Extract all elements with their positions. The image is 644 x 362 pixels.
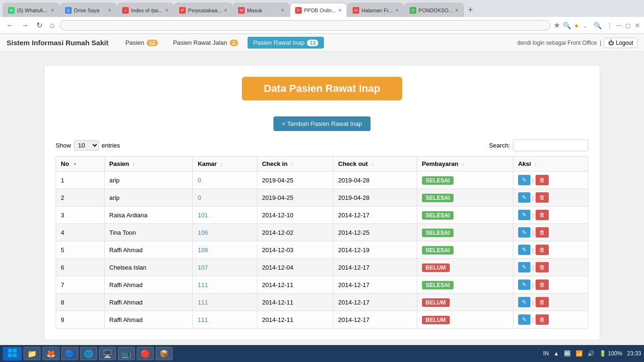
entries-select[interactable]: 10 25 50 100 xyxy=(74,140,99,151)
new-tab-button[interactable]: + xyxy=(464,5,477,15)
kamar-link[interactable]: 0 xyxy=(198,194,201,201)
logout-button[interactable]: ⏻ Logout xyxy=(604,38,637,48)
col-pasien: Pasien ↕ xyxy=(104,156,193,172)
col-checkin: Check in ↕ xyxy=(257,156,333,172)
sort-icon-aksi[interactable]: ↕ xyxy=(535,162,537,167)
delete-button[interactable]: 🗑 xyxy=(536,175,549,185)
tab-close-whatsapp[interactable]: × xyxy=(51,7,54,14)
delete-button[interactable]: 🗑 xyxy=(536,262,549,272)
search-input[interactable] xyxy=(513,140,588,151)
edit-button[interactable]: ✎ xyxy=(518,314,530,325)
kamar-link[interactable]: 108 xyxy=(198,247,208,254)
search-box: Search: xyxy=(489,140,588,151)
kamar-link[interactable]: 101 xyxy=(198,212,208,219)
svg-rect-1 xyxy=(13,349,17,349)
sort-icon-checkout[interactable]: ↕ xyxy=(372,162,374,167)
tab-close-drive[interactable]: × xyxy=(108,7,111,14)
tab-pondok[interactable]: O PONDOKSO... × xyxy=(405,3,464,17)
cell-pasien: Raffi Ahmad xyxy=(104,276,193,294)
edit-button[interactable]: ✎ xyxy=(518,210,530,220)
edit-button[interactable]: ✎ xyxy=(518,175,530,185)
cell-no: 9 xyxy=(56,311,105,329)
delete-button[interactable]: 🗑 xyxy=(536,297,549,307)
nav-rawat-inap[interactable]: Pasien Rawat Inap 13 xyxy=(248,37,324,49)
taskbar-app-package[interactable]: 📦 xyxy=(156,347,173,349)
cell-kamar: 111 xyxy=(193,276,257,294)
restore-icon[interactable]: ◻ xyxy=(625,22,631,29)
cell-checkout: 2019-04-28 xyxy=(333,189,417,206)
taskbar-app-firefox[interactable]: 🦊 xyxy=(42,347,59,349)
delete-button[interactable]: 🗑 xyxy=(536,210,549,220)
action-cell: ✎ | 🗑 xyxy=(518,192,583,203)
edit-button[interactable]: ✎ xyxy=(518,245,530,255)
tab-close-perpustakaan[interactable]: × xyxy=(224,7,227,14)
tab-close-halaman[interactable]: × xyxy=(396,7,399,14)
taskbar-app-ie[interactable]: 🌐 xyxy=(80,347,97,349)
reload-button[interactable]: ↻ xyxy=(34,20,45,31)
nav-rawat-jalan[interactable]: Pasien Rawat Jalan 2 xyxy=(167,37,244,49)
edit-button[interactable]: ✎ xyxy=(518,192,530,203)
cell-pembayaran: SELESAI xyxy=(417,172,513,189)
sort-icon-pembayaran[interactable]: ↕ xyxy=(462,162,464,167)
add-pasien-button[interactable]: + Tambah Pasien Rawat Inap xyxy=(273,116,371,131)
cell-aksi: ✎ | 🗑 xyxy=(513,276,588,294)
start-button[interactable] xyxy=(3,347,22,349)
taskbar-app-cmd[interactable]: 🖥️ xyxy=(99,347,116,349)
tab-close-index[interactable]: × xyxy=(165,7,168,14)
tab-masuk[interactable]: M Masuk × xyxy=(233,3,289,17)
kamar-link[interactable]: 111 xyxy=(198,281,208,288)
cell-checkin: 2014-12-02 xyxy=(257,224,333,241)
delete-button[interactable]: 🗑 xyxy=(536,280,549,290)
kamar-link[interactable]: 111 xyxy=(198,316,208,323)
sort-icon-no[interactable]: ▼ xyxy=(73,162,77,167)
tab-halaman[interactable]: H Halaman Fr... × xyxy=(347,3,404,17)
tab-drive[interactable]: D Drive Saya × xyxy=(60,3,116,17)
cell-kamar: 0 xyxy=(193,172,257,189)
menu-icon[interactable]: ⋮ xyxy=(606,22,613,29)
edit-button[interactable]: ✎ xyxy=(518,262,530,272)
sort-icon-kamar[interactable]: ↕ xyxy=(221,162,223,167)
tab-index[interactable]: I Index of /pa... × xyxy=(117,3,173,17)
tab-close-pondok[interactable]: × xyxy=(455,7,459,14)
edit-button[interactable]: ✎ xyxy=(518,280,530,290)
cell-kamar: 111 xyxy=(193,294,257,311)
tab-ppdb[interactable]: P PPDB Onlin... × xyxy=(290,3,347,17)
kamar-link[interactable]: 107 xyxy=(198,264,208,271)
forward-button[interactable]: → xyxy=(19,20,31,31)
nav-pasien[interactable]: Pasien 12 xyxy=(120,37,164,49)
minimize-icon[interactable]: ─ xyxy=(617,22,621,29)
taskbar-app-record[interactable]: 🔴 xyxy=(137,347,154,349)
kamar-link[interactable]: 111 xyxy=(198,299,208,306)
tab-label-index: Index of /pa... xyxy=(131,8,163,13)
cell-pasien: Raffi Ahmad xyxy=(104,241,193,259)
tab-close-ppdb[interactable]: × xyxy=(339,7,342,14)
delete-button[interactable]: 🗑 xyxy=(536,314,549,325)
pembayaran-badge: SELESAI xyxy=(422,281,454,289)
search-icon[interactable]: 🔍 xyxy=(594,22,602,29)
kamar-link[interactable]: 106 xyxy=(198,229,208,236)
tab-whatsapp[interactable]: W (5) WhatsA... × xyxy=(3,3,59,17)
sort-icon-pasien[interactable]: ↕ xyxy=(132,162,135,167)
col-kamar: Kamar ↕ xyxy=(193,156,257,172)
edit-button[interactable]: ✎ xyxy=(518,227,530,238)
table-row: 5 Raffi Ahmad 108 2014-12-03 2014-12-19 … xyxy=(56,241,588,259)
close-window-icon[interactable]: ✕ xyxy=(635,22,640,29)
delete-button[interactable]: 🗑 xyxy=(536,227,549,238)
delete-button[interactable]: 🗑 xyxy=(536,192,549,203)
cell-kamar: 106 xyxy=(193,224,257,241)
tab-perpustakaan[interactable]: P Perpustakaa... × xyxy=(174,3,232,17)
edit-button[interactable]: ✎ xyxy=(518,297,530,307)
home-button[interactable]: ⌂ xyxy=(48,20,57,31)
sort-icon-checkin[interactable]: ↕ xyxy=(291,162,294,167)
address-input[interactable]: eso.ip-dynamic.com/part_2/sirusak/front-… xyxy=(60,20,551,31)
tab-close-masuk[interactable]: × xyxy=(281,7,284,14)
taskbar-app-chrome[interactable]: 🔵 xyxy=(61,347,78,349)
taskbar-app-media[interactable]: 📺 xyxy=(118,347,135,349)
back-button[interactable]: ← xyxy=(4,20,16,31)
col-aksi: Aksi ↕ xyxy=(513,156,588,172)
kamar-link[interactable]: 0 xyxy=(198,177,201,184)
delete-button[interactable]: 🗑 xyxy=(536,245,549,255)
cell-checkin: 2014-12-04 xyxy=(257,259,333,276)
taskbar-app-files[interactable]: 📁 xyxy=(24,347,41,349)
bookmark-icon[interactable]: ★ xyxy=(553,21,560,30)
